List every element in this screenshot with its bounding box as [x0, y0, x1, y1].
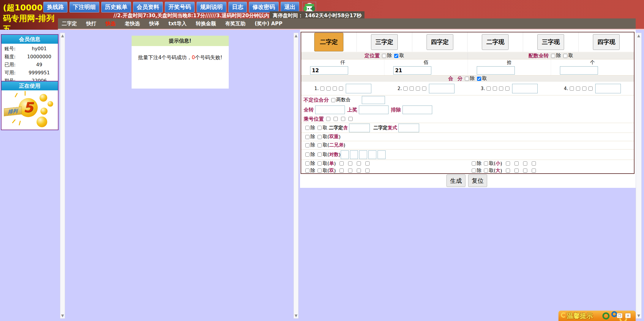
nav-history-bill-button[interactable]: 历史账单	[101, 2, 131, 12]
digit-checkbox[interactable]	[333, 86, 337, 91]
erziding-han-input[interactable]	[349, 124, 370, 132]
nav-rules-button[interactable]: 规则说明	[197, 2, 226, 12]
shuang-pos-checkbox[interactable]	[340, 169, 344, 173]
digit-checkbox[interactable]	[403, 86, 408, 91]
nav-bet-detail-button[interactable]: 下注明细	[70, 2, 99, 12]
dingweizhi-qu-checkbox[interactable]	[394, 54, 398, 58]
shuangzhong-chu-checkbox[interactable]	[305, 135, 310, 139]
digit-checkbox[interactable]	[570, 86, 574, 91]
digit-checkbox[interactable]	[422, 86, 426, 91]
subnav-convert-amount[interactable]: 转换金额	[196, 20, 216, 27]
dan-pos-checkbox[interactable]	[365, 161, 370, 166]
da-chu-checkbox[interactable]	[472, 169, 476, 173]
digit-checkbox[interactable]	[505, 86, 509, 91]
nav-member-info-button[interactable]: 会员资料	[133, 2, 163, 12]
chenghao-checkbox[interactable]	[341, 117, 345, 121]
dingweizhi-chu-checkbox[interactable]	[382, 54, 386, 58]
digit-checkbox[interactable]	[582, 86, 586, 91]
xiao-qu-checkbox[interactable]	[484, 161, 488, 166]
tab-sizixian[interactable]: 四字现	[593, 34, 620, 50]
scroll-down-icon[interactable]: ▼	[637, 314, 640, 317]
dan-chu-checkbox[interactable]	[305, 161, 310, 166]
subnav-app[interactable]: (奖中) APP	[255, 20, 282, 27]
peishu-chu-checkbox[interactable]	[551, 54, 555, 58]
generate-button[interactable]: 生成	[446, 174, 465, 187]
tip-close-icon[interactable]: ✕	[625, 313, 631, 318]
shangjiang-input[interactable]	[359, 106, 389, 114]
duishu-input-4[interactable]	[368, 150, 376, 159]
right-scrollbar[interactable]: ▲ ▼	[636, 33, 642, 319]
tab-sanziding[interactable]: 三字定	[371, 34, 398, 50]
erxiongdi-qu-checkbox[interactable]	[318, 143, 322, 147]
middle-scrollbar[interactable]: ▲ ▼	[293, 33, 299, 319]
shuang-pos-checkbox[interactable]	[365, 169, 370, 173]
nav-change-password-button[interactable]: 修改密码	[249, 2, 279, 12]
scroll-up-icon[interactable]: ▲	[61, 34, 64, 37]
group-4-input[interactable]	[595, 84, 621, 93]
erxiongdi-chu-checkbox[interactable]	[305, 143, 310, 147]
tip-restore-icon[interactable]: ❐	[617, 313, 623, 318]
da-pos-checkbox[interactable]	[532, 169, 536, 173]
duishu-input-2[interactable]	[350, 150, 358, 159]
hundreds-input[interactable]	[393, 66, 431, 75]
digit-checkbox[interactable]	[588, 86, 593, 91]
peishu-qu-checkbox[interactable]	[563, 54, 567, 58]
chenghao-checkbox[interactable]	[334, 117, 338, 121]
shuang-qu-checkbox[interactable]	[318, 169, 322, 173]
digit-checkbox[interactable]	[320, 86, 324, 91]
digit-checkbox[interactable]	[493, 86, 497, 91]
quanzhuan-input[interactable]	[315, 106, 345, 114]
shuang-pos-checkbox[interactable]	[348, 169, 352, 173]
hanfushi-chu-checkbox[interactable]	[305, 126, 310, 130]
shuangzhong-qu-checkbox[interactable]	[318, 135, 322, 139]
scroll-up-icon[interactable]: ▲	[295, 34, 297, 37]
digit-checkbox[interactable]	[326, 86, 331, 91]
chenghao-checkbox[interactable]	[326, 117, 330, 121]
reset-button[interactable]: 复位	[468, 174, 487, 187]
da-pos-checkbox[interactable]	[523, 169, 527, 173]
paichu-input[interactable]	[402, 106, 432, 114]
duishu-chu-checkbox[interactable]	[305, 152, 310, 157]
da-qu-checkbox[interactable]	[484, 169, 488, 173]
duishu-input-3[interactable]	[359, 150, 367, 159]
digit-checkbox[interactable]	[487, 86, 491, 91]
xiao-pos-checkbox[interactable]	[506, 161, 510, 166]
xiao-pos-checkbox[interactable]	[523, 161, 527, 166]
subnav-reward-help[interactable]: 有奖互助	[225, 20, 245, 27]
liangshuhe-checkbox[interactable]	[331, 98, 335, 102]
subnav-kuaixuan-active[interactable]: 快选	[105, 20, 116, 27]
digit-checkbox[interactable]	[339, 86, 343, 91]
tab-erzixian[interactable]: 二字现	[482, 34, 509, 50]
budingwei-input[interactable]	[362, 96, 385, 104]
duishu-input-5[interactable]	[378, 150, 386, 159]
ones-input[interactable]	[560, 66, 598, 75]
nav-logout-button[interactable]: 退出	[281, 2, 299, 12]
digit-checkbox[interactable]	[499, 86, 503, 91]
subnav-kuaiyi[interactable]: 快译	[149, 20, 159, 27]
shuang-chu-checkbox[interactable]	[305, 169, 310, 173]
duishu-qu-checkbox[interactable]	[318, 152, 322, 157]
dan-pos-checkbox[interactable]	[340, 161, 344, 166]
group-2-input[interactable]	[429, 84, 454, 93]
left-scrollbar[interactable]: ▲ ▼	[60, 33, 65, 319]
digit-checkbox[interactable]	[410, 86, 414, 91]
nav-log-button[interactable]: 日志	[228, 2, 247, 12]
hefen-qu-checkbox[interactable]	[477, 77, 481, 81]
dan-pos-checkbox[interactable]	[348, 161, 352, 166]
scroll-up-icon[interactable]: ▲	[637, 34, 640, 37]
tab-siziding[interactable]: 四字定	[427, 34, 453, 50]
group-1-input[interactable]	[346, 84, 371, 93]
tab-sanzixian[interactable]: 三字现	[537, 34, 564, 50]
chenghao-checkbox[interactable]	[348, 117, 353, 121]
subnav-erziding[interactable]: 二字定	[62, 20, 77, 27]
xiao-pos-checkbox[interactable]	[532, 161, 536, 166]
erziding-fushi-input[interactable]	[398, 124, 419, 132]
da-pos-checkbox[interactable]	[506, 169, 510, 173]
xiao-chu-checkbox[interactable]	[472, 161, 476, 166]
scroll-down-icon[interactable]: ▼	[295, 314, 297, 317]
subnav-txt-import[interactable]: txt导入	[168, 20, 187, 27]
digit-checkbox[interactable]	[576, 86, 580, 91]
tab-erziding[interactable]: 二字定	[314, 33, 343, 51]
nav-change-line-button[interactable]: 换线路	[43, 2, 67, 12]
hanfushi-qu-checkbox[interactable]	[318, 126, 322, 130]
